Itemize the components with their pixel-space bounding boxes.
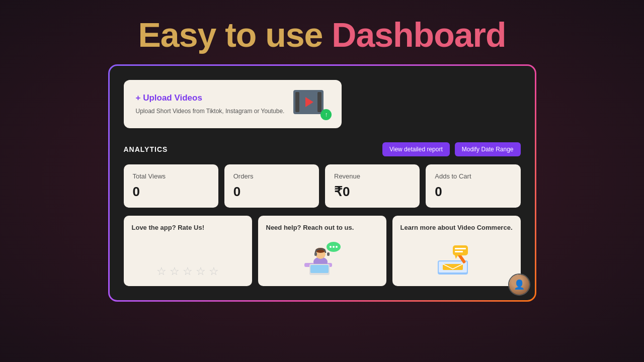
svg-point-9 xyxy=(336,246,338,248)
film-strip-icon xyxy=(293,90,324,114)
stat-card-revenue: Revenue ₹0 xyxy=(325,164,420,208)
star-5[interactable]: ☆ xyxy=(209,265,219,278)
play-icon xyxy=(305,97,313,107)
star-4[interactable]: ☆ xyxy=(196,265,206,278)
upload-description: Upload Short Videos from Tiktok, Instagr… xyxy=(136,107,285,116)
stat-value-orders: 0 xyxy=(233,184,310,200)
stat-value-revenue: ₹0 xyxy=(334,184,411,200)
stats-grid: Total Views 0 Orders 0 Revenue ₹0 Adds t… xyxy=(124,164,521,208)
modify-date-button[interactable]: Modify Date Range xyxy=(455,142,521,156)
stat-card-orders: Orders 0 xyxy=(224,164,319,208)
analytics-header: ANALYTICS View detailed report Modify Da… xyxy=(124,142,521,156)
stat-label-total-views: Total Views xyxy=(133,172,209,180)
stat-card-adds-to-cart: Adds to Cart 0 xyxy=(426,164,520,208)
page-title: Easy to use Dashboard xyxy=(138,15,506,54)
svg-rect-20 xyxy=(455,251,463,252)
stat-label-adds-to-cart: Adds to Cart xyxy=(435,172,511,180)
learn-title: Learn more about Video Commerce. xyxy=(400,224,513,231)
rate-us-card: Love the app? Rate Us! ☆ ☆ ☆ ☆ ☆ xyxy=(124,216,252,286)
stars-rating[interactable]: ☆ ☆ ☆ ☆ ☆ xyxy=(156,265,219,278)
star-2[interactable]: ☆ xyxy=(170,265,180,278)
svg-rect-5 xyxy=(327,252,330,256)
view-report-button[interactable]: View detailed report xyxy=(382,142,450,156)
stat-label-revenue: Revenue xyxy=(334,172,411,180)
upload-badge-icon: ↑ xyxy=(320,109,332,120)
upload-icon-area: ↑ xyxy=(293,90,330,118)
dashboard-container: + Upload Videos Upload Short Videos from… xyxy=(108,64,536,302)
svg-marker-18 xyxy=(455,255,458,259)
svg-rect-17 xyxy=(453,245,468,255)
stat-value-adds-to-cart: 0 xyxy=(435,184,511,200)
analytics-label: ANALYTICS xyxy=(124,145,168,153)
svg-rect-11 xyxy=(310,265,329,273)
star-1[interactable]: ☆ xyxy=(156,265,167,278)
support-illustration xyxy=(266,238,378,278)
support-card: Need help? Reach out to us. xyxy=(258,216,386,286)
support-title: Need help? Reach out to us. xyxy=(266,224,354,231)
star-3[interactable]: ☆ xyxy=(183,265,193,278)
svg-point-8 xyxy=(333,246,335,248)
bottom-cards-grid: Love the app? Rate Us! ☆ ☆ ☆ ☆ ☆ Need he… xyxy=(124,216,521,286)
stat-value-total-views: 0 xyxy=(133,184,209,200)
learn-illustration xyxy=(400,238,513,278)
stat-card-total-views: Total Views 0 xyxy=(124,164,218,208)
avatar: 👤 xyxy=(508,274,530,296)
stat-label-orders: Orders xyxy=(233,172,310,180)
analytics-buttons: View detailed report Modify Date Range xyxy=(382,142,521,156)
svg-point-7 xyxy=(330,246,332,248)
upload-card[interactable]: + Upload Videos Upload Short Videos from… xyxy=(124,80,342,128)
rate-us-title: Love the app? Rate Us! xyxy=(132,224,204,231)
upload-title[interactable]: + Upload Videos xyxy=(136,93,285,103)
learn-card: Learn more about Video Commerce. xyxy=(392,216,521,286)
svg-rect-4 xyxy=(314,252,317,256)
svg-rect-19 xyxy=(455,248,466,249)
